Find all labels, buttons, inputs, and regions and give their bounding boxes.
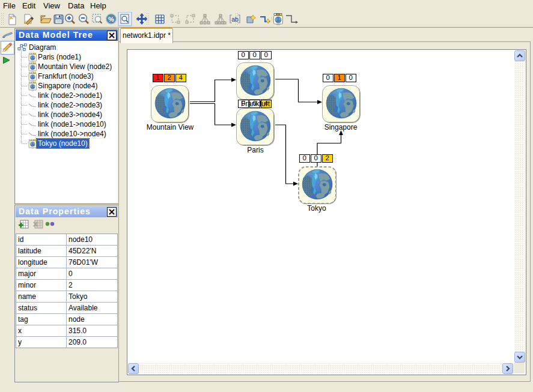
svg-text:ab: ab bbox=[231, 16, 239, 23]
svg-text:%: % bbox=[108, 16, 114, 23]
